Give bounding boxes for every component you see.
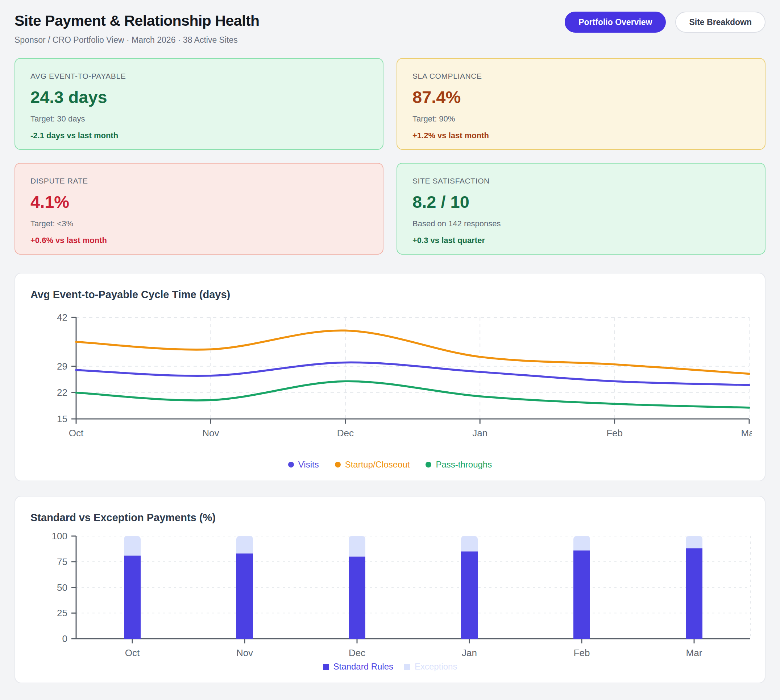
page-title: Site Payment & Relationship Health	[15, 12, 259, 29]
standard-vs-exception-bar-chart: 0255075100OctNovDecJanFebMar	[30, 527, 752, 658]
legend-item-exceptions[interactable]: Exceptions	[404, 662, 457, 672]
svg-text:Dec: Dec	[337, 428, 354, 438]
startup-closeout-dot-icon	[335, 462, 341, 468]
svg-text:42: 42	[57, 312, 67, 323]
kpi-grid: AVG EVENT-TO-PAYABLE 24.3 days Target: 3…	[15, 58, 765, 255]
svg-text:Feb: Feb	[606, 428, 623, 438]
tab-site-breakdown[interactable]: Site Breakdown	[675, 12, 765, 33]
kpi-target: Target: 30 days	[30, 114, 368, 124]
svg-text:75: 75	[57, 557, 67, 567]
kpi-card-site-satisfaction: SITE SATISFACTION 8.2 / 10 Based on 142 …	[396, 163, 765, 255]
legend-item-startup-closeout[interactable]: Startup/Closeout	[335, 460, 410, 470]
svg-text:Mar: Mar	[686, 647, 702, 658]
kpi-card-sla-compliance: SLA COMPLIANCE 87.4% Target: 90% +1.2% v…	[396, 58, 765, 150]
legend-item-standard-rules[interactable]: Standard Rules	[323, 662, 393, 672]
visits-dot-icon	[288, 462, 294, 468]
bar-chart-legend: Standard Rules Exceptions	[30, 662, 750, 672]
kpi-delta: +0.3 vs last quarter	[412, 236, 750, 245]
kpi-card-dispute-rate: DISPUTE RATE 4.1% Target: <3% +0.6% vs l…	[15, 163, 384, 255]
svg-text:22: 22	[57, 387, 67, 398]
kpi-value: 8.2 / 10	[412, 192, 750, 212]
pass-throughs-dot-icon	[426, 462, 431, 468]
legend-label: Pass-throughs	[436, 460, 492, 470]
legend-label: Exceptions	[415, 662, 457, 672]
tab-portfolio-overview[interactable]: Portfolio Overview	[565, 12, 666, 33]
legend-label: Standard Rules	[333, 662, 393, 672]
svg-text:Mar: Mar	[741, 428, 752, 438]
kpi-label: AVG EVENT-TO-PAYABLE	[30, 72, 368, 80]
svg-text:Nov: Nov	[202, 428, 219, 438]
kpi-label: SITE SATISFACTION	[412, 177, 750, 185]
svg-text:Feb: Feb	[574, 647, 590, 658]
svg-text:15: 15	[57, 413, 67, 424]
svg-text:29: 29	[57, 361, 67, 372]
svg-text:Nov: Nov	[236, 647, 253, 658]
svg-text:Dec: Dec	[349, 647, 365, 658]
kpi-delta: +1.2% vs last month	[412, 131, 750, 140]
legend-item-pass-throughs[interactable]: Pass-throughs	[426, 460, 492, 470]
kpi-target: Target: <3%	[30, 219, 368, 228]
svg-text:0: 0	[62, 633, 67, 644]
dashboard-page: Site Payment & Relationship Health Spons…	[0, 0, 780, 683]
kpi-label: SLA COMPLIANCE	[412, 72, 750, 80]
svg-text:Jan: Jan	[462, 647, 477, 658]
payments-chart-title: Standard vs Exception Payments (%)	[30, 512, 750, 524]
svg-text:Jan: Jan	[472, 428, 487, 438]
header-titles: Site Payment & Relationship Health Spons…	[15, 10, 259, 45]
payments-chart-card: Standard vs Exception Payments (%) 02550…	[15, 496, 765, 683]
kpi-card-avg-event-to-payable: AVG EVENT-TO-PAYABLE 24.3 days Target: 3…	[15, 58, 384, 150]
cycle-time-line-chart: 15222942OctNovDecJanFebMar	[30, 304, 752, 456]
svg-text:25: 25	[57, 608, 67, 618]
view-toggle: Portfolio Overview Site Breakdown	[565, 12, 765, 33]
kpi-value: 4.1%	[30, 192, 368, 212]
exceptions-swatch-icon	[404, 664, 410, 670]
line-chart-legend: Visits Startup/Closeout Pass-throughs	[30, 460, 750, 470]
page-header: Site Payment & Relationship Health Spons…	[15, 10, 765, 45]
kpi-target: Target: 90%	[412, 114, 750, 124]
legend-label: Startup/Closeout	[345, 460, 410, 470]
svg-text:100: 100	[52, 531, 67, 542]
kpi-value: 24.3 days	[30, 87, 368, 107]
svg-text:50: 50	[57, 582, 67, 593]
kpi-delta: +0.6% vs last month	[30, 236, 368, 245]
legend-label: Visits	[298, 460, 319, 470]
kpi-label: DISPUTE RATE	[30, 177, 368, 185]
cycle-time-chart-title: Avg Event-to-Payable Cycle Time (days)	[30, 289, 750, 301]
kpi-delta: -2.1 days vs last month	[30, 131, 368, 140]
page-subtitle: Sponsor / CRO Portfolio View · March 202…	[15, 35, 259, 45]
kpi-value: 87.4%	[412, 87, 750, 107]
svg-text:Oct: Oct	[125, 647, 140, 658]
legend-item-visits[interactable]: Visits	[288, 460, 319, 470]
svg-text:Oct: Oct	[69, 428, 84, 438]
kpi-target: Based on 142 responses	[412, 219, 750, 228]
cycle-time-chart-card: Avg Event-to-Payable Cycle Time (days) 1…	[15, 273, 765, 481]
standard-rules-swatch-icon	[323, 664, 329, 670]
